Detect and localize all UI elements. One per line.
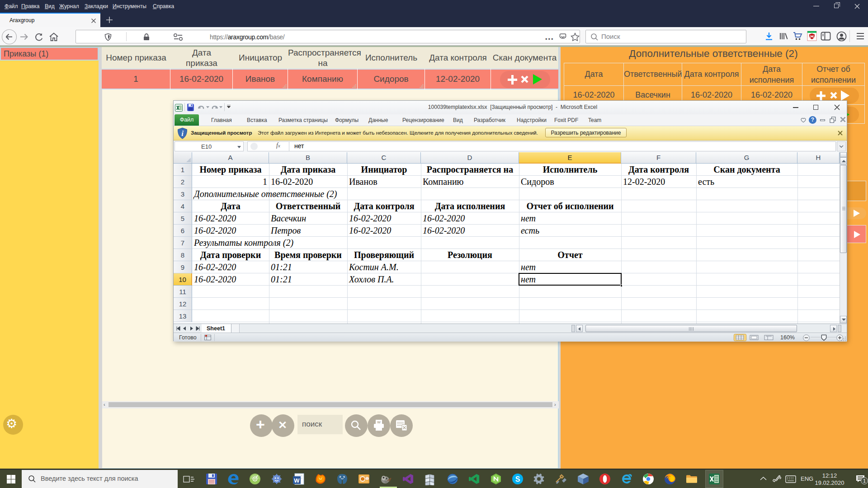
svg-text:S: S [515, 475, 520, 483]
svg-text:W: W [377, 420, 381, 424]
svg-text:i: i [181, 129, 184, 138]
svg-text:W: W [294, 477, 300, 484]
